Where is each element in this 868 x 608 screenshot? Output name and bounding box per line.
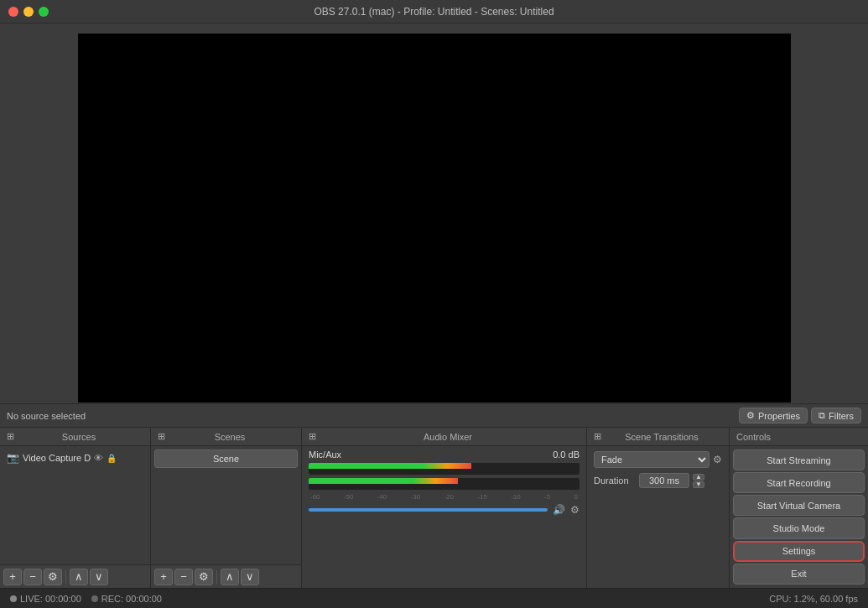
live-status: LIVE: 00:00:00 xyxy=(10,594,81,604)
live-label: LIVE: 00:00:00 xyxy=(20,594,81,604)
cpu-label: CPU: 1.2%, 60.00 fps xyxy=(769,594,858,604)
transitions-panel: ⊞ Scene Transitions Fade ⚙ Duration ▲ ▼ xyxy=(587,428,730,588)
move-source-up-button[interactable]: ∧ xyxy=(70,569,88,585)
list-item[interactable]: Scene xyxy=(154,450,298,468)
scenes-panel: ⊞ Scenes Scene + − ⚙ ∧ ∨ xyxy=(151,428,302,588)
rec-status: REC: 00:00:00 xyxy=(91,594,162,604)
meter-bar-top xyxy=(309,463,471,469)
meter-scale-bottom xyxy=(309,478,580,484)
move-scene-down-button[interactable]: ∨ xyxy=(241,569,259,585)
volume-slider[interactable] xyxy=(309,508,548,512)
audio-channels-list: Mic/Aux 0.0 dB -60 xyxy=(302,446,586,588)
no-source-text: No source selected xyxy=(7,411,86,421)
scenes-add-icon[interactable]: ⊞ xyxy=(158,431,165,442)
audio-channel-header: Mic/Aux 0.0 dB xyxy=(309,450,580,460)
separator xyxy=(216,570,217,584)
duration-input[interactable] xyxy=(639,473,689,488)
start-streaming-button[interactable]: Start Streaming xyxy=(733,450,865,470)
controls-panel: Controls Start Streaming Start Recording… xyxy=(730,428,868,588)
preview-canvas xyxy=(78,34,791,403)
remove-source-button[interactable]: − xyxy=(23,569,42,585)
status-bar: LIVE: 00:00:00 REC: 00:00:00 CPU: 1.2%, … xyxy=(0,588,868,608)
start-virtual-camera-button[interactable]: Start Virtual Camera xyxy=(733,495,865,516)
duration-up-button[interactable]: ▲ xyxy=(693,474,704,481)
transition-gear-icon[interactable]: ⚙ xyxy=(713,454,722,465)
controls-buttons-list: Start Streaming Start Recording Start Vi… xyxy=(730,446,868,588)
lock-icon[interactable]: 🔒 xyxy=(107,454,117,463)
close-button[interactable] xyxy=(8,7,18,17)
add-scene-button[interactable]: + xyxy=(154,569,173,585)
transitions-panel-header: ⊞ Scene Transitions xyxy=(587,428,729,446)
duration-row: Duration ▲ ▼ xyxy=(594,473,722,488)
transitions-content: Fade ⚙ Duration ▲ ▼ xyxy=(587,446,729,588)
source-bar-buttons: ⚙ Properties ⧉ Filters xyxy=(739,408,861,424)
source-bar: No source selected ⚙ Properties ⧉ Filter… xyxy=(0,403,868,427)
camera-icon: 📷 xyxy=(7,452,19,464)
studio-mode-button[interactable]: Studio Mode xyxy=(733,517,865,538)
preview-area xyxy=(0,23,868,403)
live-dot xyxy=(10,595,17,602)
rec-dot xyxy=(91,595,98,602)
duration-label: Duration xyxy=(594,475,636,486)
exit-button[interactable]: Exit xyxy=(733,564,865,585)
app-title: OBS 27.0.1 (mac) - Profile: Untitled - S… xyxy=(314,6,554,18)
bottom-panel: No source selected ⚙ Properties ⧉ Filter… xyxy=(0,403,868,588)
settings-button[interactable]: Settings xyxy=(733,541,865,562)
sources-panel: ⊞ Sources 📷 Video Capture D 👁 🔒 + − ⚙ ∧ … xyxy=(0,428,151,588)
channel-name: Mic/Aux xyxy=(309,450,341,460)
cpu-status: CPU: 1.2%, 60.00 fps xyxy=(769,594,858,604)
move-source-down-button[interactable]: ∨ xyxy=(90,569,108,585)
audio-meter xyxy=(309,463,580,475)
duration-spinner: ▲ ▼ xyxy=(693,474,704,488)
remove-scene-button[interactable]: − xyxy=(174,569,193,585)
transition-select[interactable]: Fade xyxy=(594,451,709,468)
scenes-panel-header: ⊞ Scenes xyxy=(151,428,301,446)
duration-down-button[interactable]: ▼ xyxy=(693,481,704,488)
minimize-button[interactable] xyxy=(23,7,34,17)
sources-panel-header: ⊞ Sources xyxy=(0,428,150,446)
transition-row: Fade ⚙ xyxy=(594,451,722,468)
filters-button[interactable]: ⧉ Filters xyxy=(811,408,861,424)
titlebar: OBS 27.0.1 (mac) - Profile: Untitled - S… xyxy=(0,0,868,23)
audio-db-level: 0.0 dB xyxy=(553,450,580,460)
sources-toolbar: + − ⚙ ∧ ∨ xyxy=(0,564,150,588)
maximize-button[interactable] xyxy=(39,7,49,17)
meter-scale-top xyxy=(309,463,580,469)
meter-bar-bottom xyxy=(309,478,458,484)
audio-channel: Mic/Aux 0.0 dB -60 xyxy=(309,450,580,516)
sources-list: 📷 Video Capture D 👁 🔒 xyxy=(0,446,150,564)
source-item-label: Video Capture D xyxy=(23,453,91,463)
audio-controls-row: 🔊 ⚙ xyxy=(309,504,580,516)
controls-panel-header: Controls xyxy=(730,428,868,446)
scenes-list: Scene xyxy=(151,446,301,564)
start-recording-button[interactable]: Start Recording xyxy=(733,472,865,493)
add-source-button[interactable]: + xyxy=(3,569,22,585)
scene-settings-button[interactable]: ⚙ xyxy=(195,569,213,585)
scenes-toolbar: + − ⚙ ∧ ∨ xyxy=(151,564,301,588)
audio-add-icon[interactable]: ⊞ xyxy=(309,431,316,442)
separator xyxy=(65,570,66,584)
audio-meter-bottom xyxy=(309,478,580,490)
speaker-icon[interactable]: 🔊 xyxy=(553,504,565,516)
audio-panel-header: ⊞ Audio Mixer xyxy=(302,428,586,446)
sources-add-icon[interactable]: ⊞ xyxy=(7,431,14,442)
filter-icon: ⧉ xyxy=(819,410,825,421)
rec-label: REC: 00:00:00 xyxy=(101,594,162,604)
transitions-add-icon[interactable]: ⊞ xyxy=(594,431,601,442)
panels-row: ⊞ Sources 📷 Video Capture D 👁 🔒 + − ⚙ ∧ … xyxy=(0,427,868,588)
source-settings-button[interactable]: ⚙ xyxy=(44,569,62,585)
audio-panel: ⊞ Audio Mixer Mic/Aux 0.0 dB xyxy=(302,428,587,588)
move-scene-up-button[interactable]: ∧ xyxy=(221,569,239,585)
list-item: 📷 Video Capture D 👁 🔒 xyxy=(3,450,147,466)
properties-button[interactable]: ⚙ Properties xyxy=(739,408,808,424)
gear-icon: ⚙ xyxy=(746,410,755,421)
window-controls[interactable] xyxy=(8,7,49,17)
audio-gear-icon[interactable]: ⚙ xyxy=(570,504,580,516)
eye-icon[interactable]: 👁 xyxy=(94,453,103,463)
